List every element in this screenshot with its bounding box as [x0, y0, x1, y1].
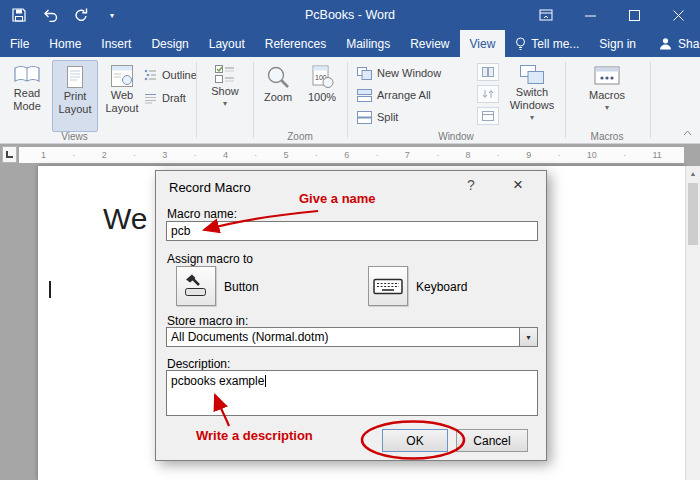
synchronous-scrolling-button[interactable]	[477, 85, 499, 103]
views-group-label: Views	[2, 131, 147, 142]
dialog-close-button[interactable]: ×	[506, 175, 530, 195]
ok-button[interactable]: OK	[382, 429, 448, 452]
button-tool-icon	[183, 273, 209, 299]
switch-windows-icon	[520, 65, 544, 84]
horizontal-ruler: 1·2·3·4·5·6·7·8·9·10·11	[0, 144, 700, 166]
lightbulb-icon	[515, 37, 526, 51]
scroll-up-icon: ▲	[690, 170, 697, 177]
outline-icon	[144, 69, 157, 81]
scroll-up-button[interactable]: ▲	[686, 166, 700, 181]
magnifier-icon	[265, 65, 291, 89]
tab-layout[interactable]: Layout	[199, 30, 255, 57]
print-layout-button[interactable]: Print Layout	[52, 60, 98, 132]
tab-review[interactable]: Review	[400, 30, 459, 57]
arrange-all-button[interactable]: Arrange All	[357, 85, 431, 105]
view-side-by-side-button[interactable]	[477, 63, 499, 81]
minimize-icon	[585, 10, 596, 21]
scrollbar-thumb[interactable]	[688, 183, 698, 245]
assign-button-button[interactable]	[176, 266, 216, 306]
close-button[interactable]	[656, 0, 700, 30]
read-mode-button[interactable]: Read Mode	[4, 60, 50, 132]
text-cursor	[265, 375, 266, 387]
web-layout-icon	[111, 65, 133, 87]
chevron-down-icon: ▾	[605, 104, 609, 112]
draft-button[interactable]: Draft	[144, 88, 186, 108]
ribbon-tab-bar: File Home Insert Design Layout Reference…	[0, 30, 700, 57]
chevron-down-icon: ▾	[530, 114, 534, 122]
maximize-button[interactable]	[612, 0, 656, 30]
minimize-button[interactable]	[568, 0, 612, 30]
outline-label: Outline	[162, 69, 197, 81]
print-layout-icon	[66, 66, 84, 88]
group-separator	[565, 62, 566, 138]
show-dropdown-button[interactable]: Show ▾	[200, 60, 250, 136]
ribbon-group-show: Show ▾	[199, 57, 251, 143]
dialog-help-button[interactable]: ?	[460, 177, 482, 193]
description-textbox[interactable]: pcbooks example	[166, 370, 538, 416]
zoom-100-button[interactable]: 100 100%	[301, 60, 343, 132]
web-layout-button[interactable]: Web Layout	[99, 60, 145, 132]
group-separator	[253, 62, 254, 138]
document-text: We	[103, 202, 147, 236]
window-group-label: Window	[349, 131, 563, 142]
collapse-ribbon-button[interactable]	[680, 127, 694, 139]
tab-references[interactable]: References	[255, 30, 336, 57]
draft-icon	[144, 93, 157, 104]
ribbon-group-zoom: Zoom 100 100% Zoom	[255, 57, 345, 143]
vertical-scrollbar[interactable]: ▲	[685, 166, 700, 480]
ribbon: Read Mode Print Layout	[0, 57, 700, 144]
close-icon	[673, 10, 684, 21]
combobox-dropdown-button[interactable]: ▼	[519, 328, 537, 346]
ruler-strip[interactable]: 1·2·3·4·5·6·7·8·9·10·11	[19, 147, 684, 163]
view-side-by-side-icon	[482, 67, 494, 77]
ribbon-group-macros: Macros ▾ Macros	[567, 57, 647, 143]
synchronous-scrolling-icon	[482, 89, 494, 99]
store-macro-in-label: Store macro in:	[167, 314, 248, 328]
split-button[interactable]: Split	[357, 107, 398, 127]
assign-macro-to-label: Assign macro to	[167, 252, 253, 266]
assign-keyboard-button[interactable]	[368, 266, 408, 306]
zoom-label: Zoom	[264, 91, 292, 104]
tab-file[interactable]: File	[0, 30, 39, 57]
assign-keyboard-label: Keyboard	[416, 280, 467, 294]
zoom-100-label: 100%	[308, 91, 336, 104]
group-separator	[347, 62, 348, 138]
store-macro-in-combobox[interactable]: All Documents (Normal.dotm) ▼	[166, 327, 538, 347]
new-window-button[interactable]: New Window	[357, 63, 441, 83]
read-mode-label: Read Mode	[4, 87, 50, 113]
zoom-button[interactable]: Zoom	[257, 60, 299, 132]
title-bar: ▾ PcBooks - Word	[0, 0, 700, 30]
maximize-icon	[629, 10, 640, 21]
combo-arrow-icon: ▼	[525, 334, 532, 341]
switch-windows-button[interactable]: Switch Windows ▾	[505, 60, 559, 136]
tab-home[interactable]: Home	[39, 30, 91, 57]
description-value: pcbooks example	[171, 374, 264, 388]
reset-window-position-button[interactable]	[477, 107, 499, 125]
ribbon-group-views: Read Mode Print Layout	[2, 57, 194, 143]
macro-name-input[interactable]	[166, 221, 538, 241]
tab-stop-selector[interactable]	[2, 146, 17, 163]
store-macro-in-value: All Documents (Normal.dotm)	[167, 328, 519, 346]
read-mode-icon	[14, 65, 40, 85]
window-controls	[524, 0, 700, 30]
macros-button[interactable]: Macros ▾	[584, 60, 630, 136]
macro-name-label: Macro name:	[167, 207, 237, 221]
sign-in-button[interactable]: Sign in	[589, 30, 646, 57]
split-icon	[357, 111, 372, 124]
tab-view[interactable]: View	[460, 30, 506, 57]
share-button[interactable]: Share	[646, 30, 700, 57]
macros-icon	[594, 65, 620, 87]
tab-mailings[interactable]: Mailings	[336, 30, 400, 57]
web-layout-label: Web Layout	[99, 89, 145, 115]
new-window-icon	[357, 67, 372, 80]
keyboard-icon	[373, 276, 403, 297]
tab-design[interactable]: Design	[141, 30, 198, 57]
share-label: Share	[678, 37, 700, 51]
tell-me-box[interactable]: Tell me...	[505, 30, 589, 57]
cancel-button[interactable]: Cancel	[456, 429, 528, 452]
group-separator	[196, 62, 197, 138]
ribbon-display-options-button[interactable]	[524, 0, 568, 30]
show-checklist-icon	[215, 65, 235, 83]
outline-button[interactable]: Outline	[144, 65, 197, 85]
tab-insert[interactable]: Insert	[91, 30, 141, 57]
